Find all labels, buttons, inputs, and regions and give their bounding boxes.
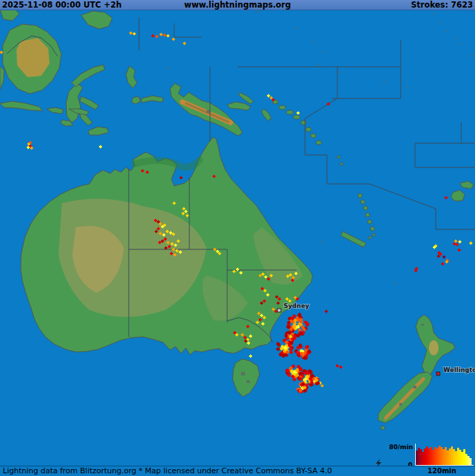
strokes-counter: Strokes: 7623 xyxy=(411,0,475,10)
histogram-bar xyxy=(418,448,420,465)
histogram-bar xyxy=(430,447,432,465)
histogram-bar xyxy=(465,454,467,465)
histogram-bar xyxy=(445,447,447,465)
histogram-bar xyxy=(463,449,465,465)
histogram-bar xyxy=(434,447,436,465)
histogram-bar xyxy=(424,448,426,465)
histogram-bar xyxy=(455,451,457,465)
histogram-bar xyxy=(459,450,461,465)
lightning-map[interactable]: SydneyWellington 80/min 0 xyxy=(0,0,475,476)
histogram-bar xyxy=(441,447,443,465)
site-title: www.lightningmaps.org xyxy=(0,0,475,10)
histogram-bar xyxy=(426,446,428,465)
histogram-max-label: 80/min xyxy=(389,444,413,451)
histogram-bar xyxy=(467,456,469,465)
histogram-bar xyxy=(447,451,449,465)
status-bar: 2025-11-08 00:00 UTC +2h www.lightningma… xyxy=(0,0,475,10)
histogram-bar xyxy=(439,446,441,465)
histogram-bar xyxy=(457,448,459,465)
city-name: Wellington xyxy=(443,366,475,373)
histogram-bar xyxy=(449,448,451,465)
histogram-bar xyxy=(416,451,418,465)
histogram-time-label: 120min xyxy=(425,466,458,475)
footer-bar: Lightning data from Blitzortung.org * Ma… xyxy=(0,466,475,476)
histogram-bar xyxy=(428,448,430,465)
histogram-bar xyxy=(436,448,439,465)
histogram-bar xyxy=(443,449,445,465)
land-stewart-island xyxy=(381,426,385,430)
histogram-bar xyxy=(422,452,424,465)
city-marker xyxy=(277,309,281,312)
histogram-bar xyxy=(420,449,422,465)
histogram-bar xyxy=(461,452,463,465)
attribution-text: Lightning data from Blitzortung.org * Ma… xyxy=(0,466,332,475)
city-name: Sydney xyxy=(284,302,309,309)
histogram-bar xyxy=(451,446,453,465)
histogram-bar xyxy=(469,458,472,465)
city-marker xyxy=(436,372,440,375)
histogram-bar xyxy=(432,450,434,465)
histogram-bar xyxy=(453,449,455,465)
